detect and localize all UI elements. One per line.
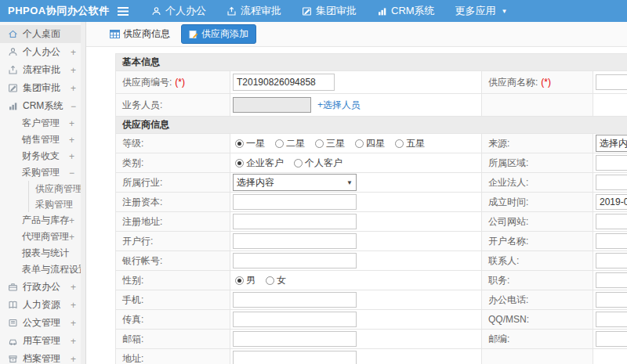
expand-toggle-icon[interactable]: + xyxy=(71,300,76,311)
expand-toggle-icon[interactable]: + xyxy=(69,118,74,129)
table-row: 所属行业:选择内容▼企业法人: xyxy=(116,173,627,193)
founded-date-input[interactable] xyxy=(596,194,627,210)
expand-toggle-icon[interactable]: − xyxy=(69,168,74,178)
tab-supplier-add[interactable]: 供应商添加 xyxy=(181,24,256,44)
level-radio-option[interactable]: 五星 xyxy=(395,137,425,150)
sidebar-item-administration[interactable]: 行政办公+ xyxy=(0,278,85,296)
expand-toggle-icon[interactable]: + xyxy=(71,47,76,58)
table-row: 邮箱:邮编: xyxy=(116,330,627,349)
select-value: 选择内容 xyxy=(237,176,274,189)
sidebar-item-finance[interactable]: 财务收支+ xyxy=(0,148,85,164)
level-radio-option[interactable]: 二星 xyxy=(275,137,305,150)
qq-msn-input[interactable] xyxy=(596,312,627,327)
mobile-label: 手机: xyxy=(122,294,143,305)
sidebar-item-reports-statistics[interactable]: 报表与统计 xyxy=(0,245,85,261)
expand-toggle-icon[interactable]: + xyxy=(71,336,76,347)
expand-toggle-icon[interactable]: − xyxy=(71,101,76,112)
registered-address-input[interactable] xyxy=(233,214,357,229)
contact-input[interactable] xyxy=(596,253,627,268)
category-radio-option[interactable]: 企业客户 xyxy=(235,157,284,170)
sidebar-item-product-inventory[interactable]: 产品与库存+ xyxy=(0,212,85,229)
bank-input[interactable] xyxy=(233,233,357,249)
radio-icon xyxy=(266,276,274,285)
account-name-input[interactable] xyxy=(596,233,627,249)
sidebar-item-agent-mgmt[interactable]: 代理商管理+ xyxy=(0,229,85,245)
section-header: 供应商信息 xyxy=(116,117,627,134)
supplier-code-input[interactable] xyxy=(233,74,335,91)
sidebar-item-document-mgmt[interactable]: 公文管理+ xyxy=(0,314,85,332)
category-radio-group: 企业客户个人客户 xyxy=(235,157,342,170)
sidebar-item-vehicle-mgmt[interactable]: 用车管理+ xyxy=(0,332,85,350)
level-label: 等级: xyxy=(122,138,143,149)
address-label: 地址: xyxy=(122,353,143,364)
registered-capital-input[interactable] xyxy=(233,194,357,210)
nav-more-apps[interactable]: 更多应用 ▼ xyxy=(455,4,508,18)
nav-personal-office[interactable]: 个人办公 xyxy=(151,4,206,18)
sidebar-item-personal-office[interactable]: 个人办公+ xyxy=(0,43,85,61)
fax-input[interactable] xyxy=(233,312,357,327)
sidebar-item-sales-mgmt[interactable]: 销售管理+ xyxy=(0,132,85,148)
expand-toggle-icon[interactable]: + xyxy=(71,318,76,329)
industry-select[interactable]: 选择内容▼ xyxy=(233,174,357,191)
sales-person-input[interactable] xyxy=(233,97,311,113)
sidebar-item-form-flow-settings[interactable]: 表单与流程设置+ xyxy=(0,261,85,278)
required-marker: (*) xyxy=(175,77,185,88)
sidebar-item-customer-mgmt[interactable]: 客户管理+ xyxy=(0,115,85,132)
address-input[interactable] xyxy=(233,351,357,364)
sidebar-item-human-resources[interactable]: 人力资源+ xyxy=(0,296,85,314)
level-radio-option[interactable]: 一星 xyxy=(235,137,265,150)
region-input[interactable] xyxy=(596,155,627,171)
sidebar-item-archive-mgmt[interactable]: 档案管理+ xyxy=(0,350,85,364)
sidebar-item-procurement-mgmt[interactable]: 采购管理− xyxy=(0,164,85,181)
nav-group-approval[interactable]: 集团审批 xyxy=(302,4,357,18)
expand-toggle-icon[interactable]: + xyxy=(71,83,76,94)
gender-radio-option[interactable]: 女 xyxy=(266,274,286,287)
sidebar-item-crm-system[interactable]: CRM系统− xyxy=(0,97,85,115)
tab-supplier-info[interactable]: 供应商信息 xyxy=(107,25,173,43)
email-input[interactable] xyxy=(233,331,357,347)
expand-toggle-icon[interactable]: + xyxy=(69,232,74,243)
gender-radio-option[interactable]: 男 xyxy=(235,274,256,287)
legal-person-input[interactable] xyxy=(596,175,627,190)
nav-item-label: CRM系统 xyxy=(391,4,435,18)
radio-icon xyxy=(235,159,244,168)
category-radio-option[interactable]: 个人客户 xyxy=(294,157,342,170)
supplier-name-input[interactable] xyxy=(596,74,627,90)
expand-toggle-icon[interactable]: + xyxy=(69,215,74,226)
expand-toggle-icon[interactable]: + xyxy=(71,65,76,76)
edit-icon xyxy=(8,83,18,93)
company-website-input[interactable] xyxy=(596,214,627,229)
menu-toggle-icon[interactable] xyxy=(118,7,129,16)
source-select[interactable]: 选择内容▼ xyxy=(596,135,627,152)
office-phone-input[interactable] xyxy=(596,292,627,308)
nav-crm-system[interactable]: CRM系统 xyxy=(377,4,435,18)
sidebar-item-purchase-mgmt[interactable]: 采购管理 xyxy=(29,196,85,212)
sidebar-item-supplier-mgmt[interactable]: 供应商管理 xyxy=(29,181,85,196)
position-input[interactable] xyxy=(596,272,627,288)
level-radio-option[interactable]: 四星 xyxy=(355,137,385,150)
nav-workflow-approval[interactable]: 流程审批 xyxy=(227,4,281,18)
book-icon xyxy=(8,300,18,310)
sidebar-item-label: 档案管理 xyxy=(23,352,60,364)
expand-toggle-icon[interactable]: + xyxy=(71,354,76,364)
category-label: 类别: xyxy=(122,157,143,168)
sidebar-item-group-approval[interactable]: 集团审批+ xyxy=(0,79,85,97)
top-navbar: PHPOA协同办公软件 个人办公 流程审批 集团审批 CRM系统 xyxy=(0,0,627,22)
sidebar-item-personal-desktop[interactable]: 个人桌面 xyxy=(0,25,85,43)
expand-toggle-icon[interactable]: + xyxy=(71,282,76,293)
sidebar-item-workflow-approval[interactable]: 流程审批+ xyxy=(0,61,85,79)
level-radio-option[interactable]: 三星 xyxy=(315,137,345,150)
app-logo: PHPOA协同办公软件 xyxy=(0,4,118,18)
zip-label: 邮编: xyxy=(488,333,509,344)
expand-toggle-icon[interactable]: + xyxy=(69,135,74,146)
sidebar-item-label: 用车管理 xyxy=(23,334,60,348)
level-radio-group: 一星二星三星四星五星 xyxy=(235,137,425,150)
zip-input[interactable] xyxy=(596,331,627,347)
expand-toggle-icon[interactable]: + xyxy=(69,151,74,162)
source-label: 来源: xyxy=(488,138,509,149)
founded-date-label: 成立时间: xyxy=(488,196,528,207)
bank-account-input[interactable] xyxy=(233,253,357,268)
mobile-input[interactable] xyxy=(233,292,357,308)
sales-person-picker-link[interactable]: +选择人员 xyxy=(317,99,361,110)
sidebar-item-label: 个人办公 xyxy=(23,45,60,59)
